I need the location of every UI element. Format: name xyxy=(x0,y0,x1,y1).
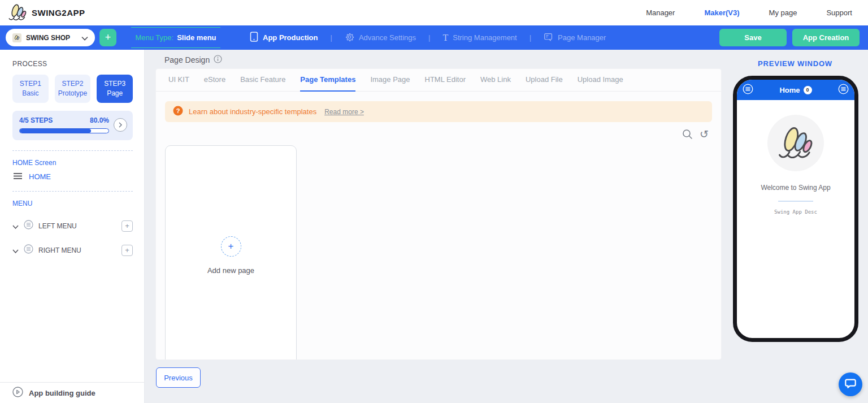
process-steps: STEP1 Basic STEP2 Prototype STEP3 Page xyxy=(12,75,133,103)
home-screen-label: HOME Screen xyxy=(12,159,133,167)
chevron-down-icon xyxy=(12,245,19,255)
refresh-icon[interactable]: ↺ xyxy=(700,129,709,140)
nav-maker[interactable]: Maker(V3) xyxy=(704,8,739,17)
menu-circle-icon-left[interactable] xyxy=(743,84,753,97)
left-menu-label: LEFT MENU xyxy=(38,222,116,230)
templates-info-banner: ? Learn about industry-specific template… xyxy=(165,101,712,122)
preview-window-title: PREVIEW WINDOW xyxy=(732,59,858,68)
text-icon: T xyxy=(442,33,448,43)
chat-bubble-icon xyxy=(844,377,857,392)
tab-html-editor[interactable]: HTML Editor xyxy=(425,69,466,92)
app-building-guide-button[interactable]: App building guide xyxy=(0,382,144,403)
tab-basic-feature[interactable]: Basic Feature xyxy=(240,69,285,92)
phone-page-title: Home xyxy=(779,86,800,94)
menu-label: MENU xyxy=(12,200,133,207)
add-new-page-card[interactable]: + Add new page xyxy=(165,145,297,359)
svg-text:?: ? xyxy=(176,107,180,114)
step3-page-button[interactable]: STEP3 Page xyxy=(97,75,133,103)
read-more-link[interactable]: Read more > xyxy=(324,108,364,116)
step-number: STEP3 xyxy=(98,79,132,89)
brand[interactable]: SWING2APP xyxy=(8,3,85,23)
progress-percent: 80.0% xyxy=(90,116,109,124)
tab-estore[interactable]: eStore xyxy=(204,69,225,92)
toolbar-item-page-manager[interactable]: Page Manager xyxy=(531,32,618,44)
page-design-panel: UI KIT eStore Basic Feature Page Templat… xyxy=(156,69,721,359)
phone-icon xyxy=(250,32,258,44)
progress-bar xyxy=(19,128,109,133)
toolbar-item-advance-settings[interactable]: Advance Settings xyxy=(332,32,428,44)
chat-button[interactable] xyxy=(839,372,862,396)
menu-circle-icon-right[interactable] xyxy=(838,84,849,97)
document-icon xyxy=(544,32,553,44)
progress-card: 4/5 STEPS 80.0% xyxy=(12,111,133,140)
list-circle-icon xyxy=(24,220,33,232)
add-new-page-label: Add new page xyxy=(207,266,254,275)
divider xyxy=(12,150,133,151)
divider xyxy=(12,191,133,192)
step1-basic-button[interactable]: STEP1 Basic xyxy=(12,75,49,103)
sidebar-item-right-menu[interactable]: RIGHT MENU + xyxy=(12,244,133,256)
guide-label: App building guide xyxy=(29,389,96,397)
search-icon[interactable] xyxy=(682,129,693,140)
page-design-tabs: UI KIT eStore Basic Feature Page Templat… xyxy=(156,69,721,92)
menu-type-selector[interactable]: Menu Type: Slide menu xyxy=(131,27,220,48)
tab-ui-kit[interactable]: UI KIT xyxy=(168,69,189,92)
swing2app-logo-icon xyxy=(8,3,27,23)
sidebar-item-left-menu[interactable]: LEFT MENU + xyxy=(12,220,133,232)
swing2app-logo-icon xyxy=(777,124,814,162)
progress-steps-label: 4/5 STEPS xyxy=(19,116,53,124)
left-sidebar: PROCESS STEP1 Basic STEP2 Prototype STEP… xyxy=(0,50,145,403)
step-name: Page xyxy=(98,89,132,98)
save-button[interactable]: Save xyxy=(719,29,787,46)
app-selector-dropdown[interactable]: SWING SHOP xyxy=(6,29,95,46)
process-label: PROCESS xyxy=(12,60,133,68)
banner-text: Learn about industry-specific templates xyxy=(189,107,316,116)
toolbar-item-label: Page Manager xyxy=(558,33,606,42)
phone-header-bar: Home 0 xyxy=(737,80,854,100)
menu-type-value: Slide menu xyxy=(177,33,216,42)
toolbar-item-label: String Management xyxy=(453,33,517,42)
app-selector-value: SWING SHOP xyxy=(26,34,77,42)
toolbar-item-string-management[interactable]: T String Management xyxy=(430,33,529,43)
toolbar-item-app-production[interactable]: App Production xyxy=(237,32,331,44)
app-creation-button[interactable]: App Creation xyxy=(792,29,860,46)
info-icon[interactable] xyxy=(214,55,222,65)
step-number: STEP1 xyxy=(14,79,47,89)
step-name: Basic xyxy=(14,89,47,98)
tab-web-link[interactable]: Web Link xyxy=(480,69,511,92)
welcome-text: Welcome to Swing App xyxy=(737,184,854,192)
step-name: Prototype xyxy=(56,89,90,98)
right-menu-label: RIGHT MENU xyxy=(38,246,116,254)
tab-page-templates[interactable]: Page Templates xyxy=(300,69,355,92)
progress-expand-button[interactable] xyxy=(114,118,127,132)
chevron-down-icon xyxy=(12,221,19,231)
step-number: STEP2 xyxy=(56,79,90,89)
hamburger-icon xyxy=(14,172,22,181)
chevron-down-icon xyxy=(81,33,88,43)
tab-upload-file[interactable]: Upload File xyxy=(526,69,563,92)
toolbar-item-label: App Production xyxy=(263,33,318,42)
toolbar-actions: Save App Creation xyxy=(719,29,868,46)
step2-prototype-button[interactable]: STEP2 Prototype xyxy=(55,75,91,103)
nav-manager[interactable]: Manager xyxy=(646,8,675,17)
list-circle-icon xyxy=(24,244,33,256)
add-right-menu-button[interactable]: + xyxy=(121,245,133,256)
page-title-text: Page Design xyxy=(164,55,210,64)
app-thumbnail-icon xyxy=(12,33,21,42)
toolbar-item-label: Advance Settings xyxy=(359,33,416,42)
app-logo-circle xyxy=(767,115,824,171)
page-title: Page Design xyxy=(164,55,222,65)
previous-button[interactable]: Previous xyxy=(156,367,201,388)
home-label: HOME xyxy=(29,172,51,181)
add-app-button[interactable]: + xyxy=(99,29,116,46)
top-header: SWING2APP Manager Maker(V3) My page Supp… xyxy=(0,0,868,25)
app-desc-text: Swing App Desc xyxy=(737,209,854,215)
tab-upload-image[interactable]: Upload Image xyxy=(578,69,623,92)
toolbar-nav: App Production | Advance Settings | T St… xyxy=(237,32,618,44)
add-left-menu-button[interactable]: + xyxy=(121,220,133,232)
brand-name: SWING2APP xyxy=(32,8,85,18)
tab-image-page[interactable]: Image Page xyxy=(370,69,410,92)
sidebar-item-home[interactable]: HOME xyxy=(14,172,133,181)
nav-my-page[interactable]: My page xyxy=(769,8,797,17)
nav-support[interactable]: Support xyxy=(826,8,852,17)
